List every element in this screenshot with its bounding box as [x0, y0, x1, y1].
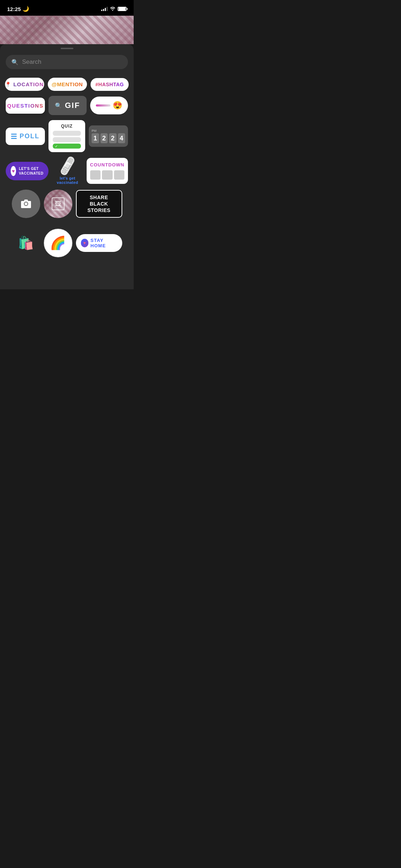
vacc-heart-icon: ♥ [12, 168, 15, 174]
bag-sticker[interactable]: 🛍️ [12, 229, 40, 257]
mention-sticker[interactable]: @MENTION [48, 78, 87, 91]
sticker-row-2: QUESTIONS 🔍 GIF 😍 [6, 96, 128, 115]
battery-icon [118, 7, 127, 11]
time-pm-label: PM [92, 129, 125, 133]
time-digit-2: 2 [101, 133, 108, 143]
sticker-row-6-partial: 🛍️ 🌈 ♥ STAY HOME [0, 229, 134, 257]
search-bar[interactable]: 🔍 Search [6, 55, 128, 69]
time-digit-3: 2 [109, 133, 117, 143]
location-label: LOCATION [13, 81, 43, 87]
countdown-label: COUNTDOWN [90, 162, 124, 167]
signal-icon [101, 7, 108, 11]
search-icon: 🔍 [11, 59, 19, 66]
questions-sticker[interactable]: QUESTIONS [6, 98, 45, 114]
share-black-label: SHAREBLACKSTORIES [87, 194, 110, 214]
countdown-blocks [90, 170, 124, 180]
clock-time: 12:25 [7, 6, 21, 12]
status-bar: 12:25 🌙 [0, 0, 134, 16]
status-icons [101, 6, 127, 12]
status-time: 12:25 🌙 [7, 6, 29, 12]
poll-lines-icon [11, 134, 17, 139]
poll-label: POLL [20, 133, 40, 140]
hashtag-sticker[interactable]: #HASHTAG [91, 78, 129, 91]
time-sticker[interactable]: PM 1 2 2 4 [89, 125, 128, 147]
time-digits: 1 2 2 4 [92, 133, 125, 143]
time-digit-1: 1 [92, 133, 99, 143]
share-black-stories-sticker[interactable]: SHAREBLACKSTORIES [76, 190, 122, 218]
camera-icon [20, 199, 32, 209]
wifi-icon [110, 6, 115, 12]
rainbow-sticker[interactable]: 🌈 [44, 229, 72, 257]
sticker-row-1: 📍 LOCATION @MENTION #HASHTAG [6, 78, 128, 91]
sheet-handle [0, 44, 134, 52]
sticker-row-3: POLL QUIZ ✓ PM 1 2 2 4 [6, 120, 128, 152]
bandage-label: let's get vaccinated [52, 176, 83, 185]
moon-icon: 🌙 [22, 6, 29, 12]
rainbow-icon: 🌈 [50, 236, 66, 250]
location-sticker[interactable]: 📍 LOCATION [5, 78, 44, 91]
search-container: 🔍 Search [0, 52, 134, 75]
poll-sticker[interactable]: POLL [6, 128, 45, 145]
mention-label: @MENTION [52, 81, 83, 87]
emoji-slider-sticker[interactable]: 😍 [90, 97, 128, 114]
questions-label: QUESTIONS [7, 103, 43, 109]
vaccinated-icon: ♥ [11, 166, 16, 176]
stickers-grid: 📍 LOCATION @MENTION #HASHTAG QUESTIONS 🔍… [0, 75, 134, 226]
quiz-option-1 [53, 131, 81, 136]
slider-emoji-icon: 😍 [113, 101, 122, 110]
hashtag-label: #HASHTAG [96, 82, 124, 87]
stay-home-sticker[interactable]: ♥ STAY HOME [76, 234, 122, 252]
bandage-sticker[interactable]: 🩹 let's get vaccinated [52, 157, 83, 185]
bandage-emoji-icon: 🩹 [56, 155, 79, 177]
location-pin-icon: 📍 [5, 82, 11, 87]
bag-icon: 🛍️ [18, 236, 34, 250]
slider-track [96, 104, 111, 107]
image-circle-sticker[interactable]: 🖼 [44, 190, 72, 218]
image-frame-icon: 🖼 [52, 197, 65, 210]
quiz-option-correct: ✓ [53, 144, 81, 149]
gif-search-icon: 🔍 [55, 102, 62, 109]
stay-home-label: STAY HOME [91, 238, 117, 248]
quiz-label: QUIZ [53, 124, 81, 129]
vaccinated-label: LET'S GETVACCINATED [19, 166, 43, 176]
top-background-image [0, 16, 134, 44]
quiz-sticker[interactable]: QUIZ ✓ [48, 120, 85, 152]
stay-home-icon: ♥ [81, 239, 88, 247]
time-digit-4: 4 [118, 133, 125, 143]
search-placeholder[interactable]: Search [22, 58, 41, 66]
gif-label: GIF [65, 101, 80, 110]
sticker-row-4: ♥ LET'S GETVACCINATED 🩹 let's get vaccin… [6, 157, 128, 185]
countdown-sticker[interactable]: COUNTDOWN [87, 158, 128, 184]
camera-sticker[interactable] [12, 190, 40, 218]
sticker-sheet: 🔍 Search 📍 LOCATION @MENTION #HASHTAG QU… [0, 44, 134, 289]
sticker-row-5: 🖼 SHAREBLACKSTORIES [6, 190, 128, 218]
gif-sticker[interactable]: 🔍 GIF [48, 96, 87, 115]
quiz-option-2 [53, 137, 81, 142]
vaccinated-sticker[interactable]: ♥ LET'S GETVACCINATED [6, 162, 48, 180]
